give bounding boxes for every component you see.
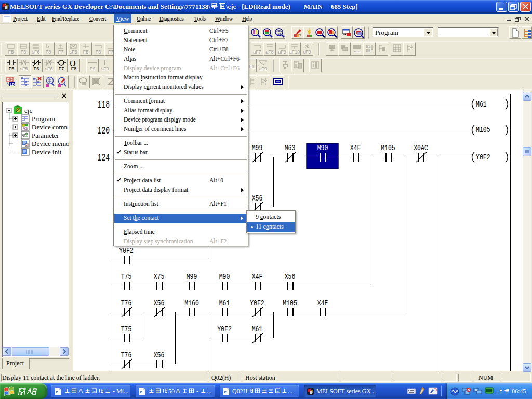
svg-text:M160: M160 <box>184 299 199 308</box>
svg-text:Y0F2: Y0F2 <box>476 153 490 162</box>
svg-text:X4E: X4E <box>317 299 328 308</box>
svg-text:M61: M61 <box>219 299 230 308</box>
svg-text:M105: M105 <box>476 126 490 135</box>
svg-text:error: error <box>354 50 361 53</box>
svg-text:LD: LD <box>10 83 15 86</box>
svg-text:S1: S1 <box>366 45 370 48</box>
svg-text:M105: M105 <box>381 144 395 153</box>
svg-text:X56: X56 <box>154 351 165 360</box>
svg-text:M105: M105 <box>283 299 297 308</box>
svg-text:M90: M90 <box>317 144 328 153</box>
svg-text:X75: X75 <box>154 273 165 281</box>
svg-text:X0AC: X0AC <box>414 144 428 153</box>
svg-text:X56: X56 <box>252 194 263 203</box>
svg-text:T75: T75 <box>121 273 132 281</box>
svg-text:X4F: X4F <box>350 144 361 153</box>
svg-text:T75: T75 <box>121 325 132 334</box>
svg-text:124: 124 <box>98 152 110 164</box>
svg-text:T76: T76 <box>121 351 132 360</box>
svg-text:123: 123 <box>276 32 281 35</box>
svg-text:X56: X56 <box>285 273 296 281</box>
svg-text:Y0F2: Y0F2 <box>119 247 134 256</box>
svg-text:e: e <box>56 389 58 394</box>
svg-text:Y0F2: Y0F2 <box>217 325 232 334</box>
svg-text:e: e <box>224 389 227 394</box>
svg-text:Y0F2: Y0F2 <box>250 299 264 308</box>
svg-text:T76: T76 <box>121 299 132 308</box>
svg-text:S9: S9 <box>366 49 370 52</box>
svg-text:M61: M61 <box>476 100 487 109</box>
svg-text:X56: X56 <box>154 299 165 308</box>
svg-text:e: e <box>140 389 142 394</box>
svg-text:M61: M61 <box>252 325 263 334</box>
svg-text:120: 120 <box>98 125 110 137</box>
svg-text:X4F: X4F <box>252 273 263 281</box>
svg-text:M99: M99 <box>252 144 263 153</box>
svg-text:M99: M99 <box>187 273 197 281</box>
svg-text:M90: M90 <box>219 273 230 281</box>
svg-text:{ }: { } <box>70 60 76 66</box>
svg-text:118: 118 <box>98 99 110 111</box>
svg-text:M63: M63 <box>285 144 296 153</box>
